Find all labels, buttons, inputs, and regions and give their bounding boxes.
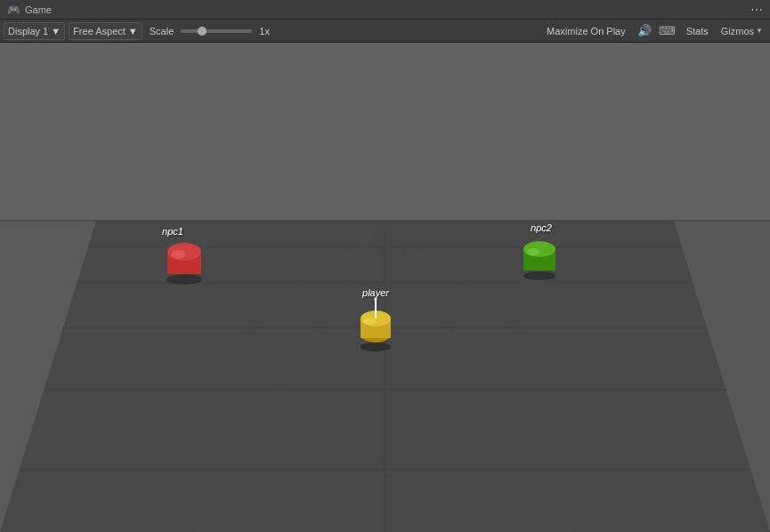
svg-point-17 [166, 274, 202, 285]
scale-slider[interactable] [181, 29, 252, 33]
title-bar-menu[interactable]: ⋯ [750, 3, 763, 17]
stats-label: Stats [686, 26, 709, 36]
title-bar: 🎮 Game ⋯ [0, 0, 770, 20]
title-bar-label: Game [25, 4, 52, 15]
svg-text:npc2: npc2 [531, 222, 552, 233]
svg-point-21 [171, 250, 185, 259]
maximize-on-play-button[interactable]: Maximize On Play [541, 24, 631, 38]
svg-point-26 [523, 241, 555, 257]
gizmos-chevron-icon: ▼ [756, 27, 763, 35]
scale-label: Scale [150, 26, 174, 36]
display-select[interactable]: Display 1 ▼ [4, 22, 65, 40]
keyboard-button[interactable]: ⌨ [658, 22, 677, 40]
gizmos-button[interactable]: Gizmos ▼ [717, 24, 766, 38]
aspect-label: Free Aspect [73, 26, 126, 36]
aspect-chevron-icon: ▼ [128, 26, 138, 36]
svg-point-32 [363, 318, 376, 325]
stats-button[interactable]: Stats [681, 24, 714, 38]
svg-point-27 [527, 248, 539, 255]
audio-button[interactable]: 🔊 [635, 22, 654, 40]
game-icon: 🎮 [7, 4, 20, 16]
svg-text:player: player [361, 287, 390, 298]
svg-marker-15 [0, 43, 770, 221]
display-label: Display 1 [8, 26, 48, 36]
game-viewport: npc1 player npc2 [0, 43, 770, 532]
scale-value: 1x [259, 26, 270, 36]
keyboard-icon: ⌨ [659, 24, 676, 37]
svg-point-23 [523, 271, 555, 280]
gizmos-label: Gizmos [721, 26, 754, 36]
scale-thumb[interactable] [198, 27, 207, 36]
svg-text:npc1: npc1 [162, 226, 183, 237]
maximize-label: Maximize On Play [547, 26, 626, 36]
display-chevron-icon: ▼ [51, 26, 61, 36]
svg-marker-2 [0, 221, 770, 532]
audio-icon: 🔊 [637, 24, 652, 37]
toolbar: Display 1 ▼ Free Aspect ▼ Scale 1x Maxim… [0, 20, 770, 43]
aspect-select[interactable]: Free Aspect ▼ [69, 22, 142, 40]
svg-point-28 [361, 343, 391, 351]
